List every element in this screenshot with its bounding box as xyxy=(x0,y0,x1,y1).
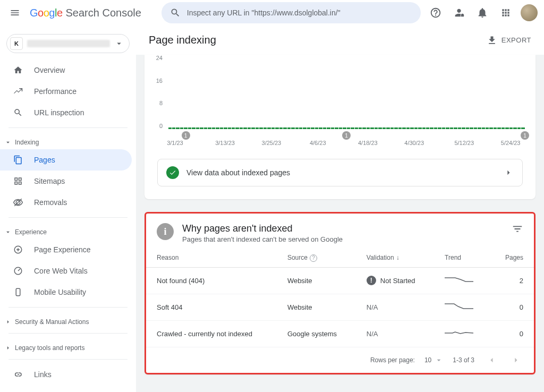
url-inspect-search[interactable]: Inspect any URL in "https://www.dsolglob… xyxy=(162,2,421,23)
col-reason[interactable]: Reason xyxy=(146,248,277,267)
col-trend[interactable]: Trend xyxy=(434,248,490,267)
chart-bar xyxy=(454,127,457,129)
chart-bar xyxy=(279,127,283,129)
chart-bar xyxy=(482,127,485,129)
chart-bar xyxy=(212,127,215,129)
sidebar-item-links[interactable]: Links xyxy=(0,364,136,385)
chart-bar xyxy=(311,127,314,129)
reasons-table: Reason Source? Validation↓ Trend Pages N… xyxy=(146,248,534,347)
sidebar-item-label: Core Web Vitals xyxy=(34,267,88,275)
table-row[interactable]: Not found (404)Website!Not Started2 xyxy=(146,267,534,294)
sidebar-section-experience[interactable]: Experience xyxy=(0,222,136,239)
export-button[interactable]: EXPORT xyxy=(487,35,531,46)
sidebar-item-url-inspection[interactable]: URL inspection xyxy=(0,102,136,123)
sidebar-item-core-web-vitals[interactable]: Core Web Vitals xyxy=(0,260,136,282)
chart-marker[interactable]: 1 xyxy=(521,131,529,140)
col-source[interactable]: Source? xyxy=(277,248,356,267)
chart-bar xyxy=(232,127,235,129)
rows-per-page-select[interactable]: 10 xyxy=(424,356,443,364)
plus-circle-icon xyxy=(13,245,23,254)
x-tick-label: 5/24/23 xyxy=(501,140,521,146)
sidebar-item-label: Pages xyxy=(34,156,55,164)
chart-bar xyxy=(299,127,302,129)
chart-bar xyxy=(271,127,275,129)
chart-bar xyxy=(283,127,286,129)
property-selector[interactable]: K xyxy=(6,34,130,53)
sidebar-item-label: Overview xyxy=(34,66,65,74)
chart-bar xyxy=(303,127,306,129)
chart-bar xyxy=(450,127,453,129)
chart-bar xyxy=(509,127,513,129)
sidebar-section-legacy[interactable]: Legacy tools and reports xyxy=(0,338,136,355)
x-tick-label: 5/12/23 xyxy=(454,140,474,146)
pager-prev[interactable] xyxy=(484,353,499,368)
menu-button[interactable] xyxy=(4,2,26,23)
sidebar-item-settings[interactable]: Settings xyxy=(0,385,136,392)
chart-bar xyxy=(172,127,175,129)
phone-icon xyxy=(13,287,23,297)
sidebar-section-indexing[interactable]: Indexing xyxy=(0,132,136,149)
users-button[interactable] xyxy=(448,2,470,23)
chart-bar xyxy=(386,127,389,129)
why-title: Why pages aren't indexed xyxy=(182,223,343,234)
chevron-left-icon xyxy=(486,355,497,365)
cell-validation: !Not Started xyxy=(356,267,434,294)
pager-next[interactable] xyxy=(508,353,523,368)
sitemap-icon xyxy=(13,176,23,186)
property-favicon: K xyxy=(10,37,23,50)
chart-bar xyxy=(235,127,239,129)
help-icon xyxy=(430,7,441,19)
sidebar-section-security[interactable]: Security & Manual Actions xyxy=(0,312,136,329)
check-circle-icon xyxy=(166,166,179,179)
table-row[interactable]: Crawled - currently not indexedGoogle sy… xyxy=(146,320,534,347)
app-logo: Google Search Console xyxy=(30,7,141,19)
sidebar-item-label: Page Experience xyxy=(34,245,91,254)
sidebar-item-mobile-usability[interactable]: Mobile Usability xyxy=(0,282,136,303)
col-validation[interactable]: Validation↓ xyxy=(356,248,434,267)
chart-bar xyxy=(267,127,270,129)
cell-reason: Not found (404) xyxy=(146,267,277,294)
sidebar-item-overview[interactable]: Overview xyxy=(0,59,136,81)
filter-button[interactable] xyxy=(512,223,523,235)
chart-bar xyxy=(224,127,227,129)
help-button[interactable] xyxy=(425,2,446,23)
search-placeholder: Inspect any URL in "https://www.dsolglob… xyxy=(187,8,341,17)
chart-bar xyxy=(470,127,473,129)
sidebar-item-pages[interactable]: Pages xyxy=(0,149,132,171)
chart-bar xyxy=(351,127,354,129)
chart-marker[interactable]: 1 xyxy=(342,131,351,140)
chart-bar xyxy=(434,127,437,129)
account-avatar[interactable] xyxy=(521,4,538,21)
chart-bar xyxy=(521,127,524,129)
col-pages[interactable]: Pages xyxy=(490,248,534,267)
chart-card: 24 16 8 0 3/1/233/13/233/25/234/6/234/18… xyxy=(144,55,536,199)
sidebar-item-label: URL inspection xyxy=(34,108,84,117)
exclamation-icon: ! xyxy=(367,276,376,285)
table-row[interactable]: Soft 404WebsiteN/A0 xyxy=(146,294,534,320)
sidebar-item-label: Sitemaps xyxy=(34,177,65,185)
chart-marker[interactable]: 1 xyxy=(182,131,190,140)
apps-grid-icon xyxy=(500,7,511,18)
sidebar-item-performance[interactable]: Performance xyxy=(0,81,136,102)
sidebar-item-label: Mobile Usability xyxy=(34,288,86,296)
chart-bar xyxy=(208,127,211,129)
chart-bar xyxy=(275,127,278,129)
table-pager: Rows per page: 10 1-3 of 3 xyxy=(146,347,534,373)
chart-bar xyxy=(362,127,366,129)
chart-bar xyxy=(370,127,373,129)
sidebar-item-removals[interactable]: Removals xyxy=(0,192,136,213)
chart-bar xyxy=(339,127,342,129)
x-tick-label: 4/18/23 xyxy=(358,140,378,146)
notifications-button[interactable] xyxy=(472,2,493,23)
property-name-redacted xyxy=(27,40,110,47)
apps-button[interactable] xyxy=(495,2,516,23)
sidebar-item-page-experience[interactable]: Page Experience xyxy=(0,239,136,260)
chart-bar xyxy=(513,127,516,129)
view-indexed-pages-link[interactable]: View data about indexed pages xyxy=(157,159,523,186)
chevron-right-icon xyxy=(511,355,521,365)
help-icon[interactable]: ? xyxy=(310,254,317,262)
sidebar-item-sitemaps[interactable]: Sitemaps xyxy=(0,171,136,192)
chart-bar xyxy=(323,127,326,129)
chart-bar xyxy=(216,127,219,129)
search-icon xyxy=(13,108,23,117)
